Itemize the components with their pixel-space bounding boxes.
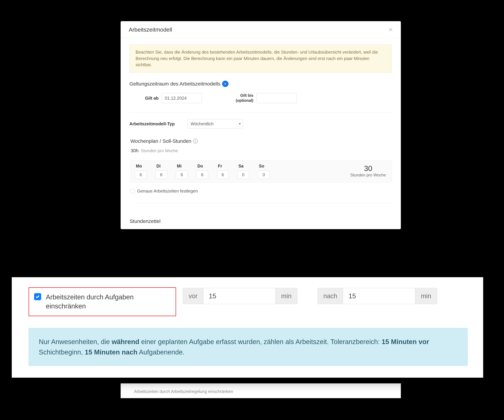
- exact-times-row[interactable]: Genaue Arbeitszeiten festlegen: [130, 188, 392, 194]
- validity-row: Gilt ab Gilt bis (optional): [129, 92, 392, 111]
- info-bold: 15 Minuten nach: [85, 348, 138, 356]
- hours-per-week-line: 30h Stunden pro Woche: [131, 148, 392, 153]
- day-input-so[interactable]: [258, 170, 270, 179]
- validity-heading-text: Geltungszeitraum des Arbeitszeitmodells: [129, 81, 220, 87]
- day-header: Fr: [217, 163, 237, 170]
- info-bold: während: [112, 338, 139, 345]
- day-input-mo[interactable]: [135, 170, 147, 179]
- day-col-mo: Mo: [135, 163, 155, 179]
- day-input-do[interactable]: [196, 170, 208, 179]
- model-type-row: Arbeitszeitmodell-Typ Wöchentlich: [129, 119, 392, 129]
- weekplan-heading-text: Wochenplan / Soll-Stunden: [130, 138, 191, 144]
- info-text: Schichtbeginn,: [39, 348, 85, 356]
- day-header: So: [258, 163, 278, 170]
- day-input-di[interactable]: [156, 170, 167, 179]
- model-type-label: Arbeitszeitmodell-Typ: [129, 121, 175, 126]
- before-minutes-input[interactable]: [203, 288, 276, 304]
- week-grid: Mo Di Mi Do Fr: [130, 160, 392, 182]
- weekplan-heading: Wochenplan / Soll-Stunden i: [130, 138, 392, 144]
- restrict-by-tasks-box[interactable]: Arbeitszeiten durch Aufgaben einschränke…: [29, 287, 176, 316]
- checkbox-checked-icon[interactable]: [34, 293, 41, 300]
- day-header: Mi: [176, 163, 196, 170]
- after-prefix: nach: [318, 288, 343, 304]
- valid-to-label-line2: (optional): [227, 98, 253, 103]
- modal-title: Arbeitszeitmodell: [129, 26, 172, 33]
- valid-from-label: Gilt ab: [137, 96, 159, 101]
- week-total: 30 Stunden pro Woche: [350, 164, 388, 177]
- play-icon[interactable]: [222, 81, 228, 87]
- day-input-fr[interactable]: [217, 170, 229, 179]
- hours-label: Stunden pro Woche: [141, 148, 178, 153]
- valid-to-label: Gilt bis (optional): [227, 93, 253, 103]
- week-total-value: 30: [350, 164, 386, 173]
- day-header: Sa: [237, 163, 257, 170]
- day-col-do: Do: [196, 163, 216, 179]
- restriction-top-row: Arbeitszeiten durch Aufgaben einschränke…: [29, 287, 468, 316]
- divider: [130, 203, 392, 203]
- day-col-sa: Sa: [237, 163, 257, 179]
- model-type-select[interactable]: Wöchentlich: [187, 119, 243, 129]
- modal-tail-text: Arbeitszeiten durch Arbeitszeitregelung …: [121, 383, 401, 394]
- valid-to-input[interactable]: [256, 93, 297, 103]
- timesheet-heading: Stundenzettel: [130, 218, 392, 224]
- after-tolerance-group: nach min: [318, 288, 437, 304]
- info-text: Nur Anwesenheiten, die: [39, 338, 112, 345]
- before-suffix: min: [276, 288, 297, 304]
- modal-header: Arbeitszeitmodell ×: [121, 21, 401, 37]
- day-header: Do: [196, 163, 216, 170]
- info-bold: 15 Minuten vor: [382, 338, 429, 345]
- day-col-so: So: [258, 163, 278, 179]
- close-icon[interactable]: ×: [388, 26, 393, 33]
- after-minutes-input[interactable]: [343, 288, 415, 304]
- day-input-sa[interactable]: [237, 170, 249, 179]
- valid-from-input[interactable]: [162, 93, 202, 103]
- task-restriction-panel: Arbeitszeiten durch Aufgaben einschränke…: [12, 277, 483, 378]
- validity-heading: Geltungszeitraum des Arbeitszeitmodells: [129, 81, 392, 87]
- modal-body: Beachten Sie, dass die Änderung des best…: [121, 37, 401, 229]
- before-tolerance-group: vor min: [183, 288, 297, 304]
- day-col-mi: Mi: [176, 163, 196, 179]
- day-input-mi[interactable]: [176, 170, 188, 179]
- weekplan-block: Wochenplan / Soll-Stunden i 30h Stunden …: [130, 138, 392, 203]
- day-header: Mo: [135, 163, 155, 170]
- before-prefix: vor: [183, 288, 203, 304]
- info-text: einer geplanten Aufgabe erfasst wurden, …: [139, 338, 382, 345]
- day-col-di: Di: [156, 163, 175, 179]
- warning-banner: Beachten Sie, dass die Änderung des best…: [129, 44, 392, 73]
- working-time-modal: Arbeitszeitmodell × Beachten Sie, dass d…: [121, 21, 401, 229]
- tolerance-info-panel: Nur Anwesenheiten, die während einer gep…: [29, 328, 468, 366]
- info-text: Aufgabenende.: [138, 348, 185, 356]
- checkbox-unchecked-icon[interactable]: [130, 189, 135, 193]
- restrict-by-tasks-label: Arbeitszeiten durch Aufgaben einschränke…: [46, 293, 167, 311]
- valid-to-label-line1: Gilt bis: [227, 93, 253, 98]
- exact-times-label: Genaue Arbeitszeiten festlegen: [137, 188, 198, 194]
- hours-value: 30h: [131, 148, 139, 153]
- day-header: Di: [156, 163, 175, 170]
- modal-tail: Arbeitszeiten durch Arbeitszeitregelung …: [121, 383, 401, 398]
- day-col-fr: Fr: [217, 163, 237, 179]
- after-suffix: min: [415, 288, 437, 304]
- week-total-label: Stunden pro Woche: [350, 173, 386, 177]
- info-icon[interactable]: i: [193, 139, 198, 144]
